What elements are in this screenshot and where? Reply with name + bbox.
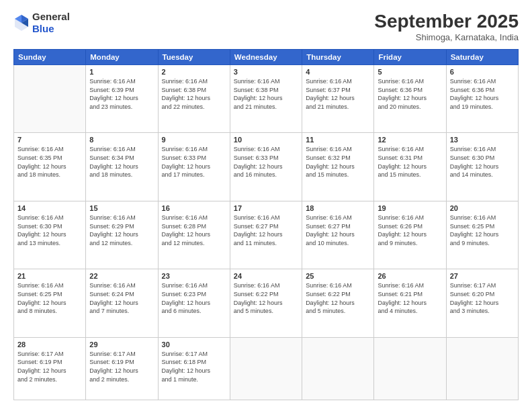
title-section: September 2025 Shimoga, Karnataka, India — [374, 11, 519, 42]
calendar-cell: 6Sunrise: 6:16 AM Sunset: 6:36 PM Daylig… — [446, 65, 518, 133]
week-row: 7Sunrise: 6:16 AM Sunset: 6:35 PM Daylig… — [14, 133, 519, 201]
day-number: 12 — [378, 136, 442, 144]
calendar-cell: 15Sunrise: 6:16 AM Sunset: 6:29 PM Dayli… — [86, 201, 158, 269]
calendar-cell: 27Sunrise: 6:17 AM Sunset: 6:20 PM Dayli… — [446, 269, 518, 337]
calendar-cell: 29Sunrise: 6:17 AM Sunset: 6:19 PM Dayli… — [86, 337, 158, 400]
logo-general: General — [32, 11, 70, 23]
day-info: Sunrise: 6:16 AM Sunset: 6:21 PM Dayligh… — [378, 281, 442, 315]
logo-icon — [13, 13, 30, 32]
day-number: 11 — [306, 136, 370, 144]
day-info: Sunrise: 6:17 AM Sunset: 6:19 PM Dayligh… — [89, 350, 154, 383]
calendar-cell — [302, 337, 374, 400]
calendar-cell — [230, 337, 302, 400]
day-info: Sunrise: 6:16 AM Sunset: 6:39 PM Dayligh… — [89, 77, 154, 111]
day-info: Sunrise: 6:16 AM Sunset: 6:36 PM Dayligh… — [378, 77, 442, 111]
day-number: 4 — [306, 68, 370, 76]
day-info: Sunrise: 6:16 AM Sunset: 6:37 PM Dayligh… — [306, 77, 370, 111]
day-info: Sunrise: 6:16 AM Sunset: 6:31 PM Dayligh… — [378, 145, 442, 179]
day-info: Sunrise: 6:16 AM Sunset: 6:22 PM Dayligh… — [306, 281, 370, 315]
day-info: Sunrise: 6:16 AM Sunset: 6:26 PM Dayligh… — [378, 214, 442, 247]
calendar-cell — [446, 337, 518, 400]
calendar-cell: 9Sunrise: 6:16 AM Sunset: 6:33 PM Daylig… — [158, 133, 230, 201]
day-number: 28 — [17, 340, 82, 349]
day-info: Sunrise: 6:16 AM Sunset: 6:32 PM Dayligh… — [306, 145, 370, 179]
calendar-cell: 2Sunrise: 6:16 AM Sunset: 6:38 PM Daylig… — [158, 65, 230, 133]
calendar-day-header: Friday — [374, 50, 446, 65]
day-info: Sunrise: 6:16 AM Sunset: 6:35 PM Dayligh… — [17, 145, 82, 179]
day-number: 30 — [162, 340, 226, 349]
calendar-cell: 17Sunrise: 6:16 AM Sunset: 6:27 PM Dayli… — [230, 201, 302, 269]
calendar-cell: 4Sunrise: 6:16 AM Sunset: 6:37 PM Daylig… — [302, 65, 374, 133]
day-info: Sunrise: 6:16 AM Sunset: 6:34 PM Dayligh… — [89, 145, 154, 179]
calendar-cell: 19Sunrise: 6:16 AM Sunset: 6:26 PM Dayli… — [374, 201, 446, 269]
calendar-cell: 14Sunrise: 6:16 AM Sunset: 6:30 PM Dayli… — [14, 201, 86, 269]
logo-text: General Blue — [32, 11, 70, 35]
day-info: Sunrise: 6:16 AM Sunset: 6:38 PM Dayligh… — [162, 77, 226, 111]
day-info: Sunrise: 6:16 AM Sunset: 6:25 PM Dayligh… — [17, 281, 82, 315]
calendar-cell: 23Sunrise: 6:16 AM Sunset: 6:23 PM Dayli… — [158, 269, 230, 337]
day-number: 7 — [17, 136, 82, 144]
day-number: 6 — [450, 68, 515, 76]
day-number: 5 — [378, 68, 442, 76]
day-info: Sunrise: 6:16 AM Sunset: 6:36 PM Dayligh… — [450, 77, 515, 111]
day-number: 25 — [306, 272, 370, 280]
day-number: 19 — [378, 204, 442, 212]
calendar-cell: 21Sunrise: 6:16 AM Sunset: 6:25 PM Dayli… — [14, 269, 86, 337]
calendar-cell: 8Sunrise: 6:16 AM Sunset: 6:34 PM Daylig… — [86, 133, 158, 201]
location-subtitle: Shimoga, Karnataka, India — [374, 32, 519, 42]
logo: General Blue — [13, 11, 70, 35]
calendar-cell: 10Sunrise: 6:16 AM Sunset: 6:33 PM Dayli… — [230, 133, 302, 201]
week-row: 21Sunrise: 6:16 AM Sunset: 6:25 PM Dayli… — [14, 269, 519, 337]
calendar-cell: 20Sunrise: 6:16 AM Sunset: 6:25 PM Dayli… — [446, 201, 518, 269]
calendar-cell: 28Sunrise: 6:17 AM Sunset: 6:19 PM Dayli… — [14, 337, 86, 400]
day-number: 3 — [234, 68, 298, 76]
day-number: 14 — [17, 204, 82, 212]
week-row: 1Sunrise: 6:16 AM Sunset: 6:39 PM Daylig… — [14, 65, 519, 133]
calendar-day-header: Monday — [86, 50, 158, 65]
day-number: 16 — [162, 204, 226, 212]
day-info: Sunrise: 6:16 AM Sunset: 6:30 PM Dayligh… — [17, 214, 82, 247]
day-number: 22 — [89, 272, 154, 280]
day-info: Sunrise: 6:16 AM Sunset: 6:25 PM Dayligh… — [450, 214, 515, 247]
calendar-cell: 26Sunrise: 6:16 AM Sunset: 6:21 PM Dayli… — [374, 269, 446, 337]
day-number: 29 — [89, 340, 154, 349]
logo-blue: Blue — [32, 23, 70, 35]
header: General Blue September 2025 Shimoga, Kar… — [13, 11, 519, 42]
calendar-cell: 12Sunrise: 6:16 AM Sunset: 6:31 PM Dayli… — [374, 133, 446, 201]
month-title: September 2025 — [374, 11, 519, 32]
day-info: Sunrise: 6:16 AM Sunset: 6:33 PM Dayligh… — [162, 145, 226, 179]
day-number: 17 — [234, 204, 298, 212]
day-number: 18 — [306, 204, 370, 212]
calendar-day-header: Tuesday — [158, 50, 230, 65]
calendar-cell: 24Sunrise: 6:16 AM Sunset: 6:22 PM Dayli… — [230, 269, 302, 337]
calendar-cell: 7Sunrise: 6:16 AM Sunset: 6:35 PM Daylig… — [14, 133, 86, 201]
calendar-cell: 1Sunrise: 6:16 AM Sunset: 6:39 PM Daylig… — [86, 65, 158, 133]
day-number: 21 — [17, 272, 82, 280]
day-number: 8 — [89, 136, 154, 144]
day-info: Sunrise: 6:17 AM Sunset: 6:18 PM Dayligh… — [162, 350, 226, 383]
day-number: 9 — [162, 136, 226, 144]
day-info: Sunrise: 6:16 AM Sunset: 6:33 PM Dayligh… — [234, 145, 298, 179]
day-info: Sunrise: 6:16 AM Sunset: 6:22 PM Dayligh… — [234, 281, 298, 315]
calendar-cell: 22Sunrise: 6:16 AM Sunset: 6:24 PM Dayli… — [86, 269, 158, 337]
day-number: 27 — [450, 272, 515, 280]
calendar-cell — [14, 65, 86, 133]
day-number: 15 — [89, 204, 154, 212]
day-number: 24 — [234, 272, 298, 280]
calendar-header-row: SundayMondayTuesdayWednesdayThursdayFrid… — [14, 50, 519, 65]
calendar-cell: 11Sunrise: 6:16 AM Sunset: 6:32 PM Dayli… — [302, 133, 374, 201]
day-info: Sunrise: 6:16 AM Sunset: 6:30 PM Dayligh… — [450, 145, 515, 179]
day-info: Sunrise: 6:16 AM Sunset: 6:29 PM Dayligh… — [89, 214, 154, 247]
day-info: Sunrise: 6:17 AM Sunset: 6:19 PM Dayligh… — [17, 350, 82, 383]
calendar-cell: 13Sunrise: 6:16 AM Sunset: 6:30 PM Dayli… — [446, 133, 518, 201]
day-info: Sunrise: 6:16 AM Sunset: 6:24 PM Dayligh… — [89, 281, 154, 315]
calendar-day-header: Sunday — [14, 50, 86, 65]
day-info: Sunrise: 6:16 AM Sunset: 6:38 PM Dayligh… — [234, 77, 298, 111]
day-info: Sunrise: 6:16 AM Sunset: 6:27 PM Dayligh… — [234, 214, 298, 247]
day-number: 20 — [450, 204, 515, 212]
calendar-cell — [374, 337, 446, 400]
day-number: 23 — [162, 272, 226, 280]
calendar-day-header: Thursday — [302, 50, 374, 65]
calendar-cell: 18Sunrise: 6:16 AM Sunset: 6:27 PM Dayli… — [302, 201, 374, 269]
day-info: Sunrise: 6:16 AM Sunset: 6:28 PM Dayligh… — [162, 214, 226, 247]
